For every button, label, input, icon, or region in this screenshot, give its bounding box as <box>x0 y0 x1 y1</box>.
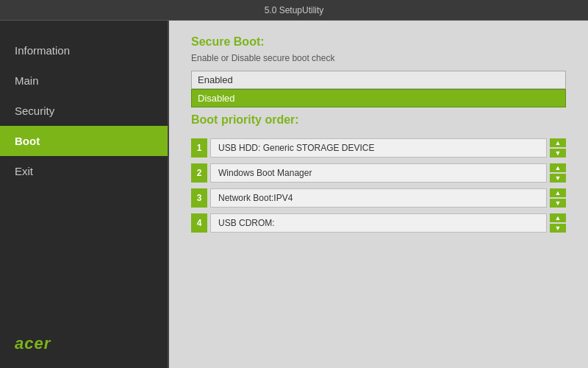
secure-boot-title: Secure Boot: <box>191 35 566 49</box>
boot-item-down-button[interactable]: ▼ <box>550 174 566 183</box>
boot-item-label: USB CDROM: <box>210 213 547 233</box>
sidebar-item-information[interactable]: Information <box>0 35 168 66</box>
boot-item-down-button[interactable]: ▼ <box>550 224 566 233</box>
acer-logo: acer <box>15 334 51 353</box>
boot-priority-row: 4USB CDROM:▲▼ <box>191 213 566 233</box>
boot-item-label: USB HDD: Generic STORAGE DEVICE <box>210 138 547 158</box>
boot-item-number: 4 <box>191 213 207 233</box>
boot-item-up-button[interactable]: ▲ <box>550 213 566 222</box>
boot-item-number: 3 <box>191 188 207 208</box>
sidebar-item-exit[interactable]: Exit <box>0 156 168 186</box>
boot-option-disabled[interactable]: Disabled <box>191 89 566 107</box>
main-layout: InformationMainSecurityBootExit acer Sec… <box>0 21 588 368</box>
boot-item-up-button[interactable]: ▲ <box>550 188 566 197</box>
boot-items-list: 1USB HDD: Generic STORAGE DEVICE▲▼2Windo… <box>191 138 566 233</box>
boot-item-number: 1 <box>191 138 207 158</box>
boot-priority-title: Boot priority order: <box>191 113 566 127</box>
sidebar-item-security[interactable]: Security <box>0 96 168 126</box>
boot-item-down-button[interactable]: ▼ <box>550 149 566 158</box>
sidebar: InformationMainSecurityBootExit acer <box>0 21 169 368</box>
boot-item-arrows: ▲▼ <box>550 138 566 158</box>
sidebar-item-main[interactable]: Main <box>0 66 168 96</box>
boot-item-number: 2 <box>191 163 207 183</box>
boot-item-label: Network Boot:IPV4 <box>210 188 547 208</box>
secure-boot-section: Secure Boot: Enable or Disable secure bo… <box>191 35 566 107</box>
boot-priority-row: 2Windows Boot Manager▲▼ <box>191 163 566 183</box>
secure-boot-desc: Enable or Disable secure boot check <box>191 53 566 63</box>
boot-priority-row: 3Network Boot:IPV4▲▼ <box>191 188 566 208</box>
title-label: 5.0 SetupUtility <box>265 5 324 15</box>
boot-item-arrows: ▲▼ <box>550 163 566 183</box>
sidebar-item-boot[interactable]: Boot <box>0 126 168 156</box>
boot-item-arrows: ▲▼ <box>550 188 566 208</box>
content-area: Secure Boot: Enable or Disable secure bo… <box>169 21 588 368</box>
boot-priority-section: Boot priority order: 1USB HDD: Generic S… <box>191 113 566 233</box>
boot-option-enabled[interactable]: Enabled <box>191 71 566 89</box>
boot-item-up-button[interactable]: ▲ <box>550 163 566 172</box>
boot-options-list: EnabledDisabled <box>191 71 566 107</box>
title-bar: 5.0 SetupUtility <box>0 0 588 21</box>
secure-boot-dropdown[interactable]: EnabledDisabled <box>191 71 566 107</box>
sidebar-nav: InformationMainSecurityBootExit <box>0 35 168 186</box>
boot-item-down-button[interactable]: ▼ <box>550 199 566 208</box>
boot-priority-row: 1USB HDD: Generic STORAGE DEVICE▲▼ <box>191 138 566 158</box>
boot-item-up-button[interactable]: ▲ <box>550 138 566 147</box>
boot-item-arrows: ▲▼ <box>550 213 566 233</box>
boot-item-label: Windows Boot Manager <box>210 163 547 183</box>
